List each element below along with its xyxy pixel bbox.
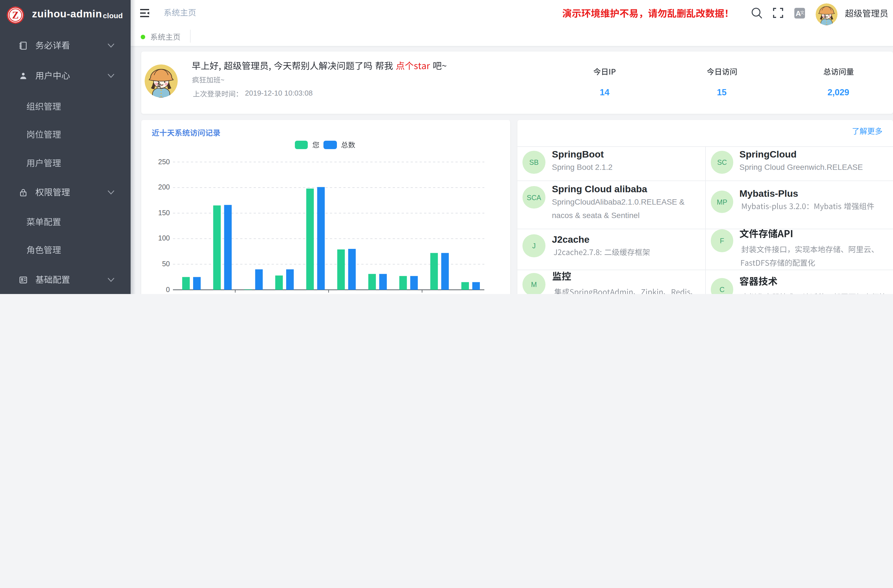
- svg-text:A: A: [796, 9, 801, 18]
- svg-text:Z: Z: [12, 10, 18, 21]
